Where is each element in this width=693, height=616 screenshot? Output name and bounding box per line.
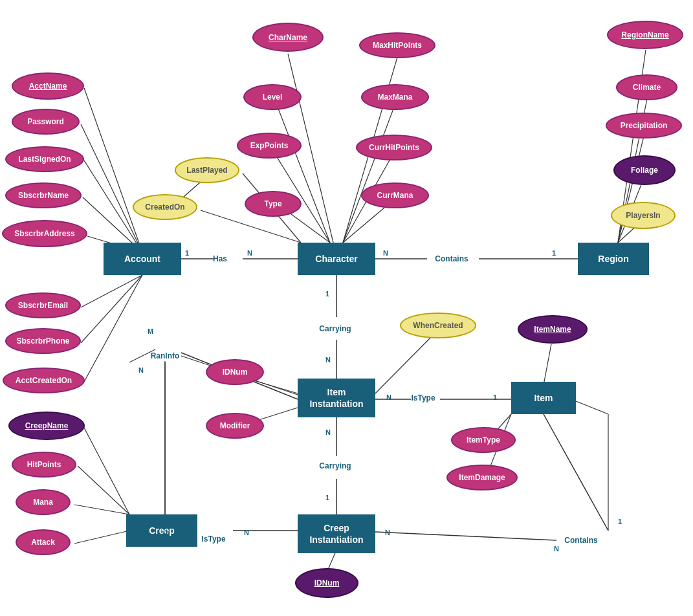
- label-carrying2-n: N: [325, 428, 331, 436]
- er-diagram: Account Character Region ItemInstantiati…: [0, 0, 693, 616]
- account-entity: Account: [104, 243, 181, 275]
- lastplayed-oval: LastPlayed: [175, 157, 239, 183]
- creep-instantiation-entity: CreepInstantiation: [298, 514, 375, 553]
- label-contains-creep-n: N: [385, 529, 390, 536]
- svg-line-50: [74, 531, 129, 544]
- mana-oval: Mana: [16, 489, 71, 515]
- creep-entity: Creep: [126, 514, 197, 547]
- sbscrbrname-oval: SbscrbrName: [5, 182, 82, 208]
- modifier-oval: Modifier: [206, 413, 264, 439]
- svg-line-43: [544, 344, 551, 385]
- istype-creep-diamond: IsType: [188, 523, 239, 555]
- sbscrbraddress-oval: SbscrbrAddress: [2, 220, 87, 247]
- svg-line-49: [74, 505, 129, 514]
- svg-line-15: [375, 532, 556, 540]
- svg-line-47: [84, 428, 129, 514]
- charname-oval: CharName: [252, 23, 324, 52]
- svg-line-23: [81, 275, 142, 343]
- idnum-item-oval: IDNum: [206, 359, 264, 385]
- svg-line-48: [78, 466, 129, 514]
- svg-line-33: [343, 100, 397, 243]
- sbscrbr-email-oval: SbscrbrEmail: [5, 292, 81, 318]
- itemname-oval: ItemName: [518, 315, 588, 344]
- label-carrying1-n: N: [325, 356, 331, 364]
- has-diamond: Has: [194, 243, 246, 275]
- itemdamage-oval: ItemDamage: [446, 465, 518, 490]
- precipitation-oval: Precipitation: [606, 113, 682, 138]
- level-oval: Level: [243, 84, 302, 110]
- carrying2-diamond: Carrying: [309, 450, 361, 482]
- currmana-oval: CurrMana: [361, 182, 429, 208]
- svg-line-53: [576, 401, 608, 414]
- maxmana-oval: MaxMana: [361, 84, 429, 110]
- contains-creep-diamond: Contains: [555, 524, 607, 556]
- contains-region-diamond: Contains: [426, 243, 478, 275]
- createdon-oval: CreatedOn: [133, 194, 197, 220]
- svg-line-16: [544, 414, 608, 531]
- itemtype-oval: ItemType: [451, 427, 516, 453]
- label-has-n: N: [247, 249, 252, 257]
- carrying1-diamond: Carrying: [309, 313, 361, 345]
- svg-line-22: [81, 275, 142, 307]
- svg-line-17: [84, 88, 142, 252]
- acctname-oval: AcctName: [12, 72, 84, 100]
- label-contains-creep-n2: N: [554, 545, 559, 553]
- currhitpoints-oval: CurrHitPoints: [356, 135, 432, 160]
- creepname-oval: CreepName: [8, 412, 85, 440]
- label-contains-creep-1: 1: [618, 518, 622, 525]
- attack-oval: Attack: [16, 529, 71, 555]
- regionname-oval: RegionName: [607, 21, 683, 49]
- lastsignedon-oval: LastSignedOn: [5, 146, 84, 172]
- label-istype-1: 1: [493, 393, 497, 401]
- istype-item-diamond: IsType: [397, 382, 449, 414]
- label-carrying2-1: 1: [325, 494, 329, 501]
- label-istype-creep-1: 1: [164, 529, 168, 536]
- item-instantiation-entity: ItemInstantiation: [298, 379, 375, 417]
- foliage-oval: Foliage: [613, 155, 676, 185]
- svg-line-18: [81, 124, 142, 252]
- label-contains-n: N: [383, 249, 388, 257]
- label-carrying1-1: 1: [325, 290, 329, 298]
- label-raninfo-n: N: [138, 366, 144, 374]
- label-has-1: 1: [185, 249, 189, 257]
- character-entity: Character: [298, 243, 375, 275]
- label-istype-creep-n: N: [244, 529, 249, 536]
- item-entity: Item: [511, 382, 576, 414]
- svg-line-24: [84, 275, 142, 382]
- playersin-oval: PlayersIn: [611, 202, 676, 229]
- region-entity: Region: [578, 243, 649, 275]
- label-raninfo-m: M: [148, 327, 153, 335]
- exppoints-oval: ExpPoints: [237, 133, 302, 159]
- maxhitpoints-oval: MaxHitPoints: [359, 32, 435, 58]
- label-istype-n: N: [386, 393, 391, 401]
- password-oval: Password: [12, 109, 80, 135]
- raninfo-diamond: RanInfo: [139, 340, 191, 372]
- svg-line-29: [275, 100, 330, 243]
- acctcreatedon-oval: AcctCreatedOn: [3, 368, 85, 393]
- whencreated-oval: WhenCreated: [400, 313, 476, 338]
- type-oval: Type: [245, 191, 302, 217]
- idnum-creep-oval: IDNum: [295, 568, 358, 598]
- hitpoints-oval: HitPoints: [12, 452, 76, 478]
- sbscrbr-phone-oval: SbscrbrPhone: [5, 328, 81, 354]
- label-contains-1: 1: [552, 249, 556, 257]
- climate-oval: Climate: [616, 74, 677, 100]
